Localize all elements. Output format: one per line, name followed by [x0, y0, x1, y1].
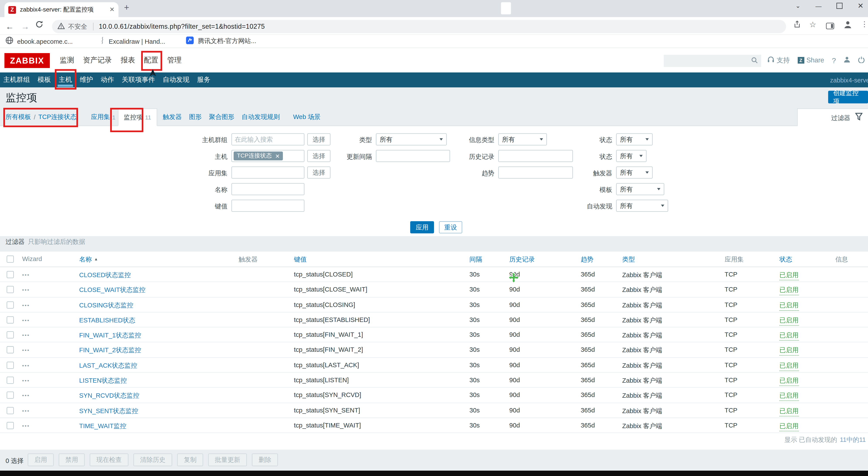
profile-avatar[interactable] — [844, 21, 852, 31]
tab-search-chevron-icon[interactable]: ⌄ — [796, 2, 801, 9]
col-name-sort[interactable]: 名称▲ — [79, 256, 98, 264]
interval-input[interactable] — [376, 150, 450, 162]
state-select[interactable]: 所有 — [616, 133, 653, 145]
host-input[interactable]: TCP连接状态 ✕ — [231, 150, 305, 162]
zabbix-logo[interactable]: ZABBIX — [4, 53, 50, 68]
triggers-select[interactable]: 所有 — [616, 166, 653, 179]
item-name-link[interactable]: CLOSE_WAIT状态监控 — [79, 286, 146, 294]
sub-nav-item[interactable]: 服务 — [197, 72, 210, 88]
application-input[interactable] — [231, 166, 305, 179]
trends-input[interactable] — [498, 166, 573, 179]
reset-button[interactable]: 重设 — [439, 221, 462, 233]
tab-close-icon[interactable]: ✕ — [110, 6, 115, 13]
col-interval[interactable]: 间隔 — [469, 256, 482, 264]
wizard-menu-icon[interactable]: ••• — [22, 363, 30, 368]
row-checkbox[interactable] — [7, 301, 14, 308]
wizard-menu-icon[interactable]: ••• — [22, 332, 30, 338]
host-group-select-button[interactable]: 选择 — [307, 133, 331, 145]
security-label[interactable]: 不安全 — [68, 23, 87, 31]
entity-tab[interactable]: 自动发现规则 — [242, 108, 280, 126]
item-name-link[interactable]: CLOSING状态监控 — [79, 301, 133, 309]
sub-nav-item[interactable]: 主机群组 — [3, 72, 30, 88]
entity-tab[interactable]: 聚合图形 — [209, 108, 235, 126]
application-select-button[interactable]: 选择 — [307, 166, 331, 179]
key-input[interactable] — [231, 200, 305, 212]
mass-action-button[interactable]: 禁用 — [59, 453, 85, 466]
row-checkbox[interactable] — [7, 407, 14, 414]
row-checkbox[interactable] — [7, 286, 14, 293]
support-link[interactable]: 支持 — [767, 56, 790, 65]
item-name-link[interactable]: SYN_SENT状态监控 — [79, 407, 138, 415]
wizard-menu-icon[interactable]: ••• — [22, 378, 30, 383]
window-maximize-icon[interactable] — [836, 3, 842, 9]
bookmark-star-icon[interactable]: ☆ — [809, 20, 816, 29]
col-history[interactable]: 历史记录 — [509, 256, 535, 264]
top-nav-item[interactable]: 报表 — [121, 55, 135, 65]
item-status-link[interactable]: 已启用 — [779, 301, 799, 310]
logout-power-icon[interactable] — [858, 55, 865, 65]
help-link[interactable]: ? — [832, 56, 836, 64]
wizard-menu-icon[interactable]: ••• — [22, 423, 30, 429]
browser-tab[interactable]: Z zabbix4-server: 配置监控项 ✕ — [4, 2, 119, 17]
filter-toggle-tab[interactable]: 过滤器 — [797, 108, 868, 127]
item-status-link[interactable]: 已启用 — [779, 392, 799, 401]
reload-icon[interactable] — [35, 21, 43, 30]
item-status-link[interactable]: 已启用 — [779, 331, 799, 341]
col-type[interactable]: 类型 — [622, 256, 635, 264]
window-close-icon[interactable]: ✕ — [858, 2, 864, 10]
col-trends[interactable]: 趋势 — [581, 256, 593, 264]
item-status-link[interactable]: 已启用 — [779, 407, 799, 416]
item-status-link[interactable]: 已启用 — [779, 377, 799, 386]
mass-action-button[interactable]: 清除历史 — [133, 453, 172, 466]
type-select[interactable]: 所有 — [376, 133, 446, 145]
row-checkbox[interactable] — [7, 377, 14, 384]
entity-tab[interactable]: Web 场景 — [293, 108, 320, 126]
sub-nav-item[interactable]: 维护 — [80, 72, 93, 88]
status-select[interactable]: 所有 — [616, 150, 647, 162]
item-name-link[interactable]: LAST_ACK状态监控 — [79, 362, 137, 370]
item-name-link[interactable]: TIME_WAIT监控 — [79, 422, 126, 430]
template-select[interactable]: 所有 — [616, 183, 664, 195]
row-checkbox[interactable] — [7, 422, 14, 429]
row-checkbox[interactable] — [7, 331, 14, 339]
sub-nav-item[interactable]: 自动发现 — [163, 72, 189, 88]
apply-button[interactable]: 应用 — [410, 221, 434, 233]
sub-nav-item[interactable]: 模板 — [38, 72, 51, 88]
mass-action-button[interactable]: 删除 — [252, 453, 278, 466]
bookmark-item[interactable]: ebook.apecome.c... — [5, 36, 73, 46]
mass-action-button[interactable]: 批量更新 — [208, 453, 247, 466]
item-name-link[interactable]: FIN_WAIT_2状态监控 — [79, 346, 141, 355]
item-name-link[interactable]: LISTEN状态监控 — [79, 377, 127, 385]
share-icon[interactable] — [793, 21, 801, 30]
side-panel-icon[interactable] — [826, 22, 834, 32]
info-type-select[interactable]: 所有 — [498, 133, 547, 145]
mass-action-button[interactable]: 现在检查 — [90, 453, 128, 466]
wizard-menu-icon[interactable]: ••• — [22, 408, 30, 413]
wizard-menu-icon[interactable]: ••• — [22, 317, 30, 323]
item-name-link[interactable]: CLOSED状态监控 — [79, 271, 131, 279]
item-name-link[interactable]: ESTABLISHED状态 — [79, 316, 135, 325]
item-status-link[interactable]: 已启用 — [779, 316, 799, 326]
wizard-menu-icon[interactable]: ••• — [22, 348, 30, 353]
user-profile-icon[interactable] — [844, 55, 850, 65]
window-minimize-icon[interactable]: — — [815, 2, 822, 9]
share-link[interactable]: Z Share — [798, 56, 824, 64]
url-text[interactable]: 10.0.0.61/zabbix/items.php?filter_set=1&… — [99, 23, 265, 30]
row-checkbox[interactable] — [7, 392, 14, 399]
col-status[interactable]: 状态 — [779, 256, 792, 264]
col-key[interactable]: 键值 — [294, 256, 307, 264]
top-nav-item[interactable]: 管理 — [167, 55, 182, 65]
top-nav-item[interactable]: 监测 — [60, 55, 74, 65]
item-status-link[interactable]: 已启用 — [779, 422, 799, 432]
entity-tab[interactable]: 触发器 — [163, 108, 182, 126]
entity-tab[interactable]: 图形 — [189, 108, 202, 126]
item-status-link[interactable]: 已启用 — [779, 346, 799, 356]
create-item-button[interactable]: 创建监控项 — [828, 91, 868, 103]
new-tab-button[interactable]: + — [124, 3, 129, 13]
row-checkbox[interactable] — [7, 316, 14, 324]
item-status-link[interactable]: 已启用 — [779, 271, 799, 280]
item-name-link[interactable]: SYN_RCVD状态监控 — [79, 392, 140, 400]
chip-remove-icon[interactable]: ✕ — [275, 153, 280, 159]
select-all-checkbox[interactable] — [7, 256, 14, 263]
row-checkbox[interactable] — [7, 271, 14, 278]
